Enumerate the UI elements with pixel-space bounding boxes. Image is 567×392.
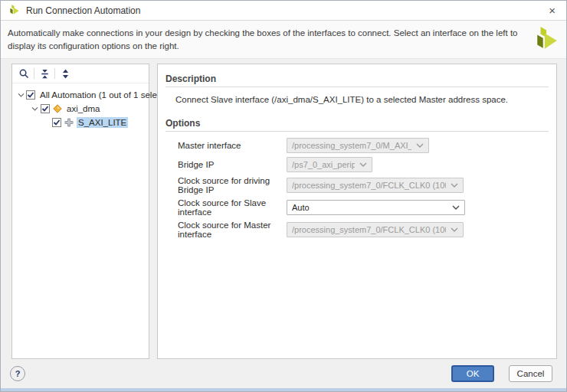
close-icon[interactable]: × [546,4,559,17]
expand-all-icon[interactable] [57,66,74,81]
toolbar-divider [34,68,34,79]
option-row-clock-master-interface: Clock source for Master interface /proce… [178,220,549,239]
select-value: /processing_system7_0/FCLK_CLK0 (100 MHz… [292,181,446,190]
instruction-banner: Automatically make connections in your d… [1,21,566,59]
tree-row-all-automation[interactable]: All Automation (1 out of 1 selected) [12,88,149,102]
vivado-logo-icon [8,5,20,16]
description-heading: Description [166,74,549,84]
select-value: /ps7_0_axi_periph [292,160,355,169]
clock-master-interface-select: /processing_system7_0/FCLK_CLK0 (100 MHz… [287,222,464,237]
chevron-down-icon [452,205,460,210]
chevron-down-icon[interactable] [18,91,25,99]
tree-row-s-axi-lite[interactable]: S_AXI_LITE [12,116,149,129]
option-label: Bridge IP [178,160,287,169]
clock-bridge-ip-select: /processing_system7_0/FCLK_CLK0 (100 MHz… [287,178,464,193]
option-row-clock-bridge-ip: Clock source for driving Bridge IP /proc… [178,176,549,194]
dialog-footer: ? OK Cancel [1,359,566,388]
automation-tree: All Automation (1 out of 1 selected) axi… [12,83,149,129]
tree-item-label: axi_dma [65,103,101,114]
bus-interface-icon [64,118,74,127]
button-group: OK Cancel [451,365,552,382]
chevron-down-icon [451,227,458,232]
option-row-clock-slave-interface: Clock source for Slave interface Auto [178,198,549,217]
ip-block-icon [53,104,62,113]
cancel-button[interactable]: Cancel [509,365,552,382]
checkbox-axi-dma[interactable] [41,104,50,113]
interface-tree-panel: All Automation (1 out of 1 selected) axi… [11,64,149,359]
window-bottom-edge [1,388,566,391]
description-text: Connect Slave interface (/axi_dma/S_AXI_… [175,95,549,104]
run-connection-automation-dialog: Run Connection Automation × Automaticall… [0,0,567,392]
tree-row-axi-dma[interactable]: axi_dma [12,102,149,116]
select-value: /processing_system7_0/FCLK_CLK0 (100 MHz… [292,225,446,234]
ok-button[interactable]: OK [451,365,494,382]
tree-item-label: S_AXI_LITE [77,117,128,128]
tree-toolbar [12,64,149,83]
chevron-down-icon [451,183,458,188]
bridge-ip-select: /ps7_0_axi_periph [287,157,372,172]
option-row-bridge-ip: Bridge IP /ps7_0_axi_periph [178,157,549,172]
instruction-text: Automatically make connections in your d… [8,27,534,52]
option-row-master-interface: Master interface /processing_system7_0/M… [178,138,549,153]
title-bar: Run Connection Automation × [1,1,566,21]
collapse-all-icon[interactable] [36,66,53,81]
search-icon[interactable] [15,66,32,81]
checkbox-all-automation[interactable] [26,90,35,100]
options-rows: Master interface /processing_system7_0/M… [178,138,549,239]
option-label: Clock source for Slave interface [178,198,287,217]
toolbar-divider [54,68,55,79]
option-label: Master interface [178,141,287,150]
chevron-down-icon [416,143,424,148]
xilinx-logo-icon [534,26,559,54]
select-value: /processing_system7_0/M_AXI_GP0 [292,141,411,150]
master-interface-select: /processing_system7_0/M_AXI_GP0 [287,138,429,153]
divider [166,87,549,87]
option-label: Clock source for driving Bridge IP [178,176,287,194]
divider [166,131,549,132]
help-icon[interactable]: ? [10,366,25,381]
configuration-panel: Description Connect Slave interface (/ax… [157,64,557,359]
checkbox-s-axi-lite[interactable] [52,118,61,127]
chevron-down-icon[interactable] [30,105,39,113]
chevron-down-icon [359,162,367,167]
clock-slave-interface-select[interactable]: Auto [287,200,465,215]
option-label: Clock source for Master interface [178,220,287,239]
options-heading: Options [166,118,549,129]
window-title: Run Connection Automation [26,5,140,16]
select-value: Auto [292,203,447,212]
